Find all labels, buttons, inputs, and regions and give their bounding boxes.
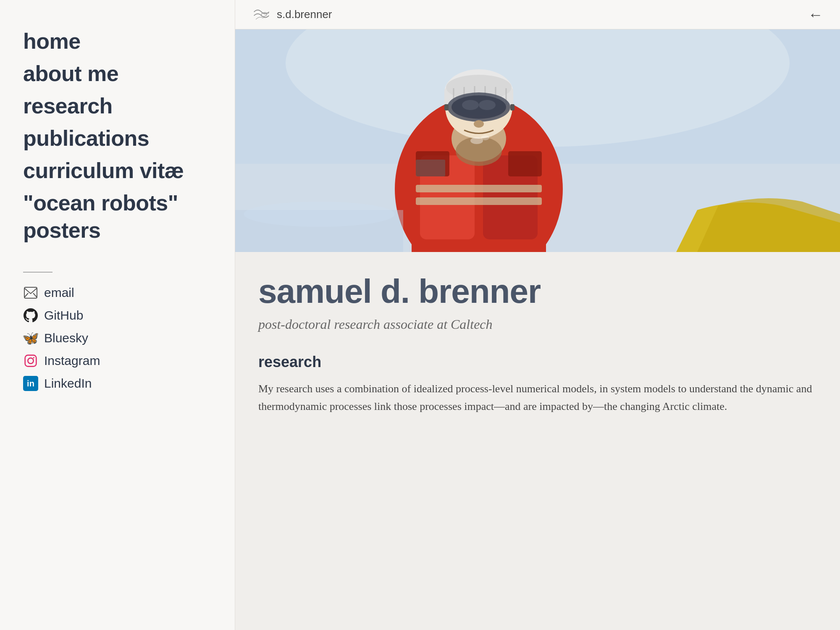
main-content: s.d.brenner ← xyxy=(235,0,840,630)
wave-logo-icon xyxy=(252,6,271,23)
svg-point-41 xyxy=(244,202,395,227)
email-link[interactable]: email xyxy=(23,285,214,300)
svg-point-32 xyxy=(452,95,506,119)
email-icon xyxy=(23,285,38,300)
sidebar-item-home[interactable]: home xyxy=(23,25,214,58)
svg-rect-18 xyxy=(508,151,542,176)
svg-point-5 xyxy=(33,357,34,358)
person-title: post-doctoral research associate at Calt… xyxy=(258,317,817,332)
back-arrow[interactable]: ← xyxy=(808,6,823,24)
instagram-link[interactable]: Instagram xyxy=(23,353,214,368)
sidebar-item-cv[interactable]: curriculum vitæ xyxy=(23,155,214,187)
sidebar-divider xyxy=(23,272,52,273)
svg-point-37 xyxy=(474,120,484,128)
sidebar: home about me research publications curr… xyxy=(0,0,235,630)
person-name: samuel d. brenner xyxy=(258,273,817,310)
svg-rect-15 xyxy=(416,197,542,205)
svg-line-2 xyxy=(33,293,37,297)
brand-name: s.d.brenner xyxy=(277,8,332,21)
bluesky-icon: 🦋 xyxy=(23,331,38,346)
svg-rect-33 xyxy=(444,104,449,110)
svg-point-35 xyxy=(462,100,479,110)
hero-svg xyxy=(235,29,840,252)
linkedin-link[interactable]: in LinkedIn xyxy=(23,376,214,391)
linkedin-icon: in xyxy=(23,376,38,391)
github-icon xyxy=(23,308,38,323)
sidebar-item-publications[interactable]: publications xyxy=(23,122,214,155)
bluesky-link[interactable]: 🦋 Bluesky xyxy=(23,331,214,346)
svg-rect-17 xyxy=(416,160,445,176)
research-text: My research uses a combination of ideali… xyxy=(258,380,817,415)
hero-image xyxy=(235,29,840,252)
svg-rect-34 xyxy=(510,104,514,110)
svg-rect-0 xyxy=(24,287,37,298)
brand-logo[interactable]: s.d.brenner xyxy=(252,6,332,23)
top-bar: s.d.brenner ← xyxy=(235,0,840,29)
github-link[interactable]: GitHub xyxy=(23,308,214,323)
sidebar-links: email GitHub 🦋 Bluesky xyxy=(23,285,214,391)
sidebar-item-about[interactable]: about me xyxy=(23,58,214,90)
svg-point-4 xyxy=(28,358,33,363)
svg-point-39 xyxy=(481,135,489,140)
sidebar-item-research[interactable]: research xyxy=(23,90,214,122)
svg-line-1 xyxy=(24,293,28,297)
svg-rect-3 xyxy=(25,355,37,367)
svg-rect-14 xyxy=(416,185,542,192)
sidebar-item-ocean-robots[interactable]: "ocean robots" posters xyxy=(23,187,214,247)
sidebar-nav: home about me research publications curr… xyxy=(23,25,214,247)
content-area: samuel d. brenner post-doctoral research… xyxy=(235,252,840,436)
instagram-icon xyxy=(23,353,38,368)
research-heading: research xyxy=(258,353,817,371)
svg-point-36 xyxy=(479,100,496,110)
